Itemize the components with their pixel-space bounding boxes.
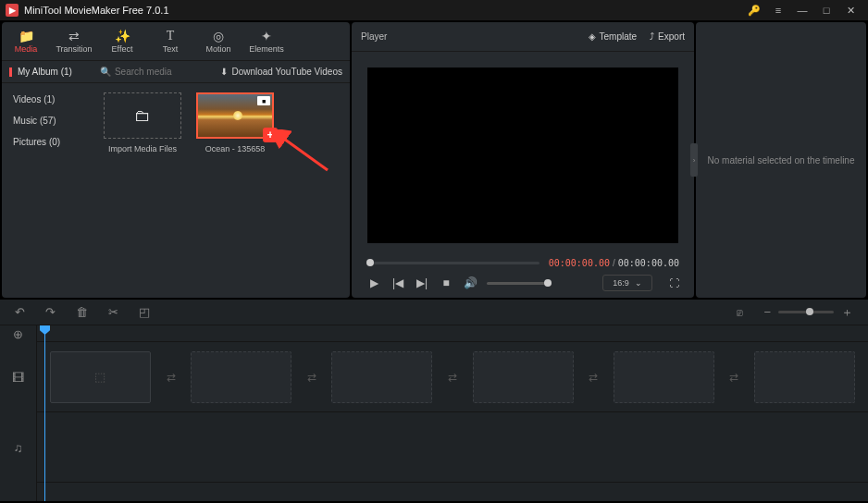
transition-slot[interactable]: ⇄ — [303, 369, 320, 386]
timeline-ruler[interactable] — [37, 325, 868, 342]
split-button[interactable]: ✂ — [108, 305, 118, 319]
no-selection-message: No material selected on the timeline — [708, 155, 855, 166]
close-button[interactable]: ✕ — [838, 0, 862, 20]
mode-toolbar: 📁 Media ⇄ Transition ✨ Effect T Text ◎ M… — [2, 22, 350, 61]
clip-slot[interactable] — [754, 351, 855, 403]
download-icon: ⬇ — [220, 67, 228, 77]
clip-slot[interactable] — [191, 351, 291, 403]
delete-button[interactable]: 🗑 — [76, 305, 88, 319]
import-media-button[interactable]: 🗀 — [104, 92, 181, 139]
license-key-icon[interactable]: 🔑 — [742, 0, 766, 20]
timeline-toolbar: ↶ ↷ 🗑 ✂ ◰ ⎚ − ＋ — [0, 300, 868, 325]
app-logo: ▶ — [6, 4, 19, 17]
album-name[interactable]: My Album (1) — [18, 67, 72, 77]
tab-motion[interactable]: ◎ Motion — [194, 22, 242, 60]
prev-frame-button[interactable]: |◀ — [391, 276, 405, 289]
clip-slot[interactable] — [614, 351, 714, 403]
playhead[interactable] — [44, 325, 45, 501]
active-marker — [9, 67, 12, 77]
clip-slot[interactable]: ⬚ — [50, 351, 151, 403]
titlebar: ▶ MiniTool MovieMaker Free 7.0.1 🔑 ≡ — □… — [0, 0, 868, 20]
menu-icon[interactable]: ≡ — [766, 0, 790, 20]
effect-icon: ✨ — [115, 30, 130, 43]
video-track[interactable]: ⬚ ⇄ ⇄ ⇄ ⇄ ⇄ — [37, 342, 868, 412]
motion-icon: ◎ — [213, 30, 224, 43]
tab-transition[interactable]: ⇄ Transition — [50, 22, 98, 60]
clip-slot[interactable] — [331, 351, 432, 403]
aspect-ratio-select[interactable]: 16:9 ⌄ — [602, 275, 652, 291]
player-preview — [367, 67, 678, 243]
chevron-down-icon: ⌄ — [635, 278, 642, 288]
video-badge-icon: ■ — [257, 96, 270, 105]
maximize-button[interactable]: □ — [814, 0, 838, 20]
transition-slot[interactable]: ⇄ — [725, 369, 743, 386]
folder-icon: 🗀 — [134, 106, 151, 126]
stop-button[interactable]: ■ — [439, 276, 453, 289]
undo-button[interactable]: ↶ — [15, 305, 25, 319]
zoom-out-button[interactable]: − — [763, 305, 771, 319]
collapse-handle[interactable]: › — [690, 143, 698, 177]
folder-icon: 📁 — [19, 30, 34, 43]
play-button[interactable]: ▶ — [366, 276, 381, 289]
timeline-tracks[interactable]: ⬚ ⇄ ⇄ ⇄ ⇄ ⇄ — [37, 325, 868, 501]
transition-slot[interactable]: ⇄ — [162, 369, 180, 386]
clip-slot[interactable] — [473, 351, 574, 403]
tab-elements[interactable]: ✦ Elements — [242, 22, 291, 60]
add-track-button[interactable]: ⊕ — [0, 325, 36, 342]
search-media[interactable]: 🔍 Search media — [100, 67, 172, 77]
snap-button[interactable]: ⎚ — [737, 307, 743, 318]
album-bar: My Album (1) 🔍 Search media ⬇ Download Y… — [2, 61, 350, 83]
elements-icon: ✦ — [261, 30, 272, 43]
track-headers: ⊕ 🎞 ♫ — [0, 325, 37, 501]
player-label: Player — [361, 31, 387, 42]
template-button[interactable]: ◈ Template — [589, 31, 638, 42]
audio-track[interactable] — [37, 412, 868, 483]
transition-slot[interactable]: ⇄ — [443, 369, 461, 386]
zoom-in-button[interactable]: ＋ — [841, 304, 853, 321]
player-panel: Player ◈ Template ⤴ Export 00:00:00.00 /… — [352, 22, 694, 298]
tab-text[interactable]: T Text — [146, 22, 194, 60]
transition-icon: ⇄ — [68, 30, 80, 43]
export-button[interactable]: ⤴ Export — [650, 31, 685, 42]
search-icon: 🔍 — [100, 67, 111, 77]
volume-icon[interactable]: 🔊 — [463, 276, 477, 289]
sidebar-item-pictures[interactable]: Pictures (0) — [2, 131, 94, 153]
volume-slider[interactable] — [487, 282, 552, 285]
export-icon: ⤴ — [650, 31, 654, 42]
import-label: Import Media Files — [108, 144, 177, 153]
redo-button[interactable]: ↷ — [45, 305, 56, 319]
media-categories: Videos (1) Music (57) Pictures (0) — [2, 83, 94, 298]
properties-panel: › No material selected on the timeline — [696, 22, 866, 298]
template-icon: ◈ — [589, 31, 596, 42]
time-current: 00:00:00.00 — [549, 258, 610, 268]
media-clip-ocean[interactable]: ■ + — [196, 92, 274, 139]
sidebar-item-music[interactable]: Music (57) — [2, 110, 94, 131]
clip-label: Ocean - 135658 — [205, 144, 266, 153]
seek-slider[interactable] — [366, 262, 539, 264]
thumbnail-art — [233, 111, 242, 120]
next-frame-button[interactable]: ▶| — [415, 276, 429, 289]
video-track-icon: 🎞 — [0, 342, 36, 412]
crop-button[interactable]: ◰ — [139, 305, 150, 319]
tab-media[interactable]: 📁 Media — [2, 22, 50, 60]
zoom-slider[interactable] — [778, 311, 834, 313]
media-panel: 📁 Media ⇄ Transition ✨ Effect T Text ◎ M… — [2, 22, 350, 298]
tab-effect[interactable]: ✨ Effect — [98, 22, 146, 60]
time-total: 00:00:00.00 — [618, 258, 679, 268]
text-icon: T — [167, 30, 175, 43]
timeline: ↶ ↷ 🗑 ✂ ◰ ⎚ − ＋ ⊕ 🎞 ♫ ⬚ ⇄ ⇄ ⇄ — [0, 300, 868, 501]
transition-slot[interactable]: ⇄ — [585, 369, 602, 386]
audio-track-icon: ♫ — [0, 412, 36, 483]
app-title: MiniTool MovieMaker Free 7.0.1 — [24, 5, 169, 16]
download-youtube-button[interactable]: ⬇ Download YouTube Videos — [220, 67, 342, 77]
add-to-timeline-button[interactable]: + — [263, 128, 278, 142]
sidebar-item-videos[interactable]: Videos (1) — [2, 89, 94, 110]
media-grid: 🗀 Import Media Files ■ + Ocean - 135658 — [94, 83, 350, 298]
fullscreen-button[interactable]: ⛶ — [669, 277, 679, 288]
minimize-button[interactable]: — — [790, 0, 814, 20]
